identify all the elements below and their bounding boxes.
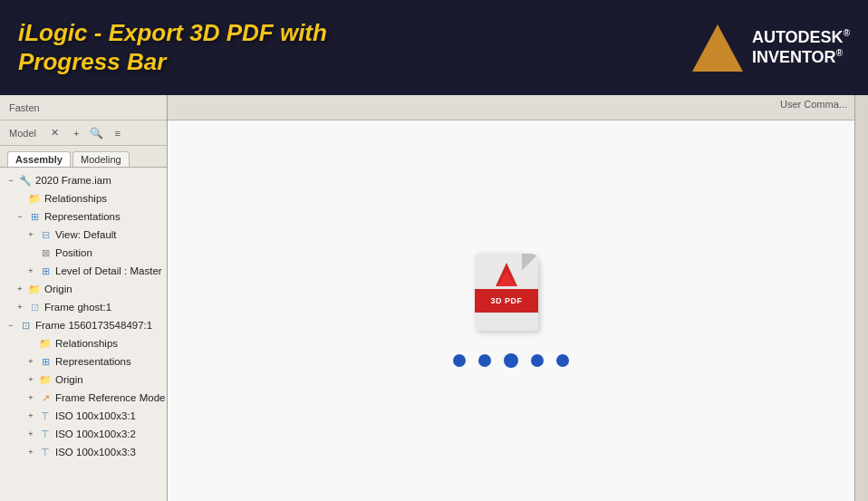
tree-item-iso3[interactable]: + ⊤ ISO 100x100x3:3 [0, 443, 167, 461]
expand-representations1[interactable]: − [14, 211, 25, 222]
expand-position[interactable] [25, 247, 36, 258]
expand-origin2[interactable]: + [25, 374, 36, 385]
acrobat-icon [492, 261, 521, 293]
tree-item-frame-iam[interactable]: − 🔧 2020 Frame.iam [0, 171, 167, 189]
dot-5 [556, 354, 569, 367]
position-label: Position [55, 247, 92, 258]
model-tab-bar: Model ✕ + 🔍 ≡ [0, 120, 167, 146]
frameref-icon: ↗ [38, 390, 53, 405]
pdf-fold [522, 254, 538, 270]
inventor-brand-name: INVENTOR® [752, 48, 850, 68]
title-line2: Progress Bar [18, 48, 327, 76]
tree-item-lod-master[interactable]: + ⊞ Level of Detail : Master [0, 262, 167, 280]
tree-container[interactable]: − 🔧 2020 Frame.iam 📁 Relationships − ⊞ R… [0, 168, 167, 501]
autodesk-logo: AUTODESK® INVENTOR® [692, 24, 850, 72]
expand-frameref[interactable]: + [25, 392, 36, 403]
origin-folder-icon: 📁 [27, 282, 42, 296]
fasten-button[interactable]: Fasten [5, 102, 43, 113]
tree-item-relationships1[interactable]: 📁 Relationships [0, 189, 167, 207]
relationships2-label: Relationships [55, 338, 118, 349]
relationships1-label: Relationships [44, 193, 107, 204]
expand-iso1[interactable]: + [25, 410, 36, 421]
view-default-label: View: Default [55, 229, 117, 240]
tree-item-relationships2[interactable]: 📁 Relationships [0, 334, 167, 352]
expand-lod[interactable]: + [25, 265, 36, 276]
expand-representations2[interactable]: + [25, 356, 36, 367]
model-label: Model [5, 128, 40, 139]
dot-2 [478, 354, 491, 367]
user-commands-label: User Comma... [773, 95, 854, 113]
autodesk-triangle-icon [692, 24, 743, 72]
ghost-icon: ⊡ [27, 300, 42, 314]
frame-icon: ⊡ [18, 318, 33, 332]
center-toolbar: User Comma... [168, 95, 854, 120]
autodesk-brand-name: AUTODESK® [752, 28, 850, 48]
pdf-icon-container: 3D PDF [453, 254, 569, 368]
right-panel [854, 95, 868, 501]
view-icon: ⊟ [38, 227, 53, 242]
tree-item-frame-ghost[interactable]: + ⊡ Frame ghost:1 [0, 298, 167, 316]
origin-folder-icon2: 📁 [38, 372, 53, 387]
frame-ghost-label: Frame ghost:1 [44, 302, 111, 313]
folder-icon2: 📁 [38, 336, 53, 351]
expand-relationships1[interactable] [14, 193, 25, 204]
main-area: Fasten Model ✕ + 🔍 ≡ Assembly Modeling −… [0, 95, 868, 501]
frameref-label: Frame Reference Mode [55, 392, 165, 403]
repres-icon2: ⊞ [38, 354, 53, 369]
search-icon[interactable]: 🔍 [90, 127, 103, 140]
tree-item-view-default[interactable]: + ⊟ View: Default [0, 226, 167, 244]
tree-item-representations2[interactable]: + ⊞ Representations [0, 352, 167, 371]
tree-item-frame-main[interactable]: − ⊡ Frame 1560173548497:1 [0, 316, 167, 334]
pdf-red-stripe: 3D PDF [475, 289, 538, 313]
expand-frame-main[interactable]: − [5, 320, 16, 331]
tab-assembly[interactable]: Assembly [7, 151, 71, 167]
folder-icon: 📁 [27, 191, 42, 206]
tab-modeling[interactable]: Modeling [72, 151, 130, 167]
expand-relationships2[interactable] [25, 338, 36, 349]
left-panel: Fasten Model ✕ + 🔍 ≡ Assembly Modeling −… [0, 95, 168, 501]
header-title: iLogic - Export 3D PDF with Progress Bar [18, 19, 327, 75]
title-line1: iLogic - Export 3D PDF with [18, 19, 327, 47]
frame-iam-label: 2020 Frame.iam [35, 175, 111, 186]
dot-3 [504, 353, 518, 368]
iso-icon3: ⊤ [38, 445, 53, 459]
representations2-label: Representations [55, 356, 131, 367]
tree-item-origin1[interactable]: + 📁 Origin [0, 280, 167, 298]
iso1-label: ISO 100x100x3:1 [55, 410, 136, 421]
position-icon: ⊠ [38, 246, 53, 260]
expand-iso3[interactable]: + [25, 447, 36, 458]
tabs-row: Assembly Modeling [0, 146, 167, 168]
progress-dots [453, 353, 569, 368]
iso2-label: ISO 100x100x3:2 [55, 429, 136, 439]
expand-iso2[interactable]: + [25, 429, 36, 439]
tree-item-iso1[interactable]: + ⊤ ISO 100x100x3:1 [0, 407, 167, 425]
dot-4 [531, 354, 544, 367]
dot-1 [453, 354, 466, 367]
center-panel: User Comma... [168, 95, 854, 501]
toolbar-row: Fasten [0, 95, 167, 120]
expand-view[interactable]: + [25, 229, 36, 240]
frame-main-label: Frame 1560173548497:1 [35, 320, 152, 331]
expand-frame-iam[interactable]: − [5, 175, 16, 186]
tree-item-position[interactable]: ⊠ Position [0, 244, 167, 262]
header-banner: iLogic - Export 3D PDF with Progress Bar… [0, 0, 868, 95]
plus-button[interactable]: + [70, 128, 82, 139]
expand-origin1[interactable]: + [14, 284, 25, 294]
iso-icon1: ⊤ [38, 409, 53, 423]
representations1-label: Representations [44, 211, 121, 222]
pdf-label: 3D PDF [490, 296, 522, 305]
more-button[interactable]: ≡ [111, 128, 123, 139]
expand-ghost[interactable]: + [14, 302, 25, 313]
acrobat-svg [492, 261, 521, 290]
tree-item-origin2[interactable]: + 📁 Origin [0, 371, 167, 389]
tree-item-representations1[interactable]: − ⊞ Representations [0, 207, 167, 226]
tree-item-iso2[interactable]: + ⊤ ISO 100x100x3:2 [0, 425, 167, 443]
lod-icon: ⊞ [38, 264, 53, 278]
iso3-label: ISO 100x100x3:3 [55, 447, 136, 458]
assembly-icon: 🔧 [18, 173, 33, 188]
repres-icon: ⊞ [27, 209, 42, 224]
origin1-label: Origin [44, 284, 72, 294]
add-button[interactable]: ✕ [47, 127, 63, 139]
iso-icon2: ⊤ [38, 427, 53, 441]
tree-item-frameref[interactable]: + ↗ Frame Reference Mode [0, 389, 167, 407]
